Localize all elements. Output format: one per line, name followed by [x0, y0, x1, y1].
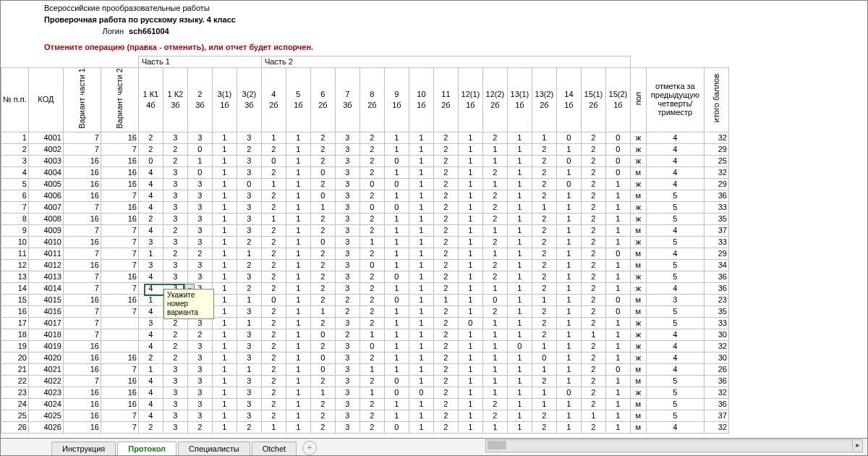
cell[interactable]: 4016	[28, 305, 63, 317]
cell[interactable]: 1	[409, 190, 433, 201]
cell[interactable]: 3	[237, 398, 261, 410]
cell[interactable]: м	[630, 398, 646, 410]
cell[interactable]: 1	[409, 282, 433, 294]
cell[interactable]: 1	[507, 236, 532, 248]
cell[interactable]: 1	[310, 305, 335, 317]
cell[interactable]: 3	[187, 363, 212, 375]
cell[interactable]: 2	[433, 282, 458, 294]
cell[interactable]: 0	[310, 166, 335, 178]
cell[interactable]: 16	[101, 213, 138, 224]
cell[interactable]: 5	[646, 410, 704, 421]
cell[interactable]: 2	[359, 294, 384, 305]
cell[interactable]: 3	[163, 259, 187, 271]
cell[interactable]: 2	[261, 317, 286, 329]
cell[interactable]: 1	[458, 398, 482, 410]
cell[interactable]: 1	[458, 410, 482, 421]
cell[interactable]: 22	[1, 375, 29, 387]
cell[interactable]: 1	[482, 282, 507, 294]
cell[interactable]: 2	[359, 317, 384, 329]
cell[interactable]: 3	[187, 213, 212, 224]
cell[interactable]: 0	[482, 294, 507, 305]
cell[interactable]: 2	[581, 201, 605, 213]
table-row[interactable]: 22402271643313212320121112121м536	[1, 375, 729, 387]
cell[interactable]: 1	[507, 410, 532, 421]
cell[interactable]: 16	[63, 421, 101, 433]
cell[interactable]: 0	[237, 178, 261, 190]
cell[interactable]: 3	[335, 178, 359, 190]
cell[interactable]: 29	[704, 143, 728, 155]
tab-instructions[interactable]: Инструкция	[51, 442, 116, 455]
cell[interactable]: 3	[335, 317, 359, 329]
cell[interactable]: 0	[384, 178, 409, 190]
cell[interactable]: 1	[261, 421, 286, 433]
cell[interactable]: 1	[532, 132, 556, 143]
cell[interactable]: 1	[286, 178, 310, 190]
cell[interactable]: 7	[63, 248, 101, 259]
cell[interactable]: 4010	[28, 236, 63, 248]
cell[interactable]: 1	[605, 178, 630, 190]
cell[interactable]: 1	[605, 190, 630, 201]
cell[interactable]: 1	[409, 201, 433, 213]
cell[interactable]: 0	[409, 387, 433, 398]
cell[interactable]: 2	[581, 271, 605, 282]
cell[interactable]: 4	[138, 329, 163, 340]
cell[interactable]: 2	[433, 213, 458, 224]
cell[interactable]: 2	[532, 213, 556, 224]
cell[interactable]: 3	[138, 317, 163, 329]
cell[interactable]: 3	[187, 201, 212, 213]
cell[interactable]: 0	[556, 132, 581, 143]
cell[interactable]: 1	[286, 375, 310, 387]
cell[interactable]: 1	[409, 143, 433, 155]
cell[interactable]: 2	[138, 421, 163, 433]
cell[interactable]: 1	[212, 178, 237, 190]
cell[interactable]: 3	[163, 398, 187, 410]
cell[interactable]: 2	[261, 166, 286, 178]
cell[interactable]: 1	[482, 224, 507, 236]
cell[interactable]: 1	[359, 236, 384, 248]
cell[interactable]: 2	[310, 132, 335, 143]
cell[interactable]: 16	[101, 178, 138, 190]
cell[interactable]: 29	[704, 178, 728, 190]
cell[interactable]: 1	[286, 201, 310, 213]
cell[interactable]: 4019	[28, 340, 63, 352]
table-row[interactable]: 12401216733312212301121212121м534	[1, 259, 729, 271]
cell[interactable]: 3	[237, 387, 261, 398]
cell[interactable]: 1	[409, 271, 433, 282]
cell[interactable]: 1	[138, 363, 163, 375]
table-row[interactable]: 1440147743312212321121112121ж436	[1, 282, 729, 294]
cell[interactable]: 1	[384, 143, 409, 155]
cell[interactable]: 2	[359, 224, 384, 236]
cell[interactable]: 3	[335, 398, 359, 410]
cell[interactable]	[101, 317, 138, 329]
cell[interactable]: 4012	[28, 259, 63, 271]
cell[interactable]: 2	[138, 132, 163, 143]
cell[interactable]: 3	[187, 387, 212, 398]
cell[interactable]: 4021	[28, 363, 63, 375]
cell[interactable]: 2	[581, 143, 605, 155]
table-row[interactable]: 21402116713311210311121111120м426	[1, 363, 729, 375]
cell[interactable]: ж	[630, 201, 646, 213]
cell[interactable]: 1	[482, 178, 507, 190]
cell[interactable]: 16	[63, 398, 101, 410]
cell[interactable]: 2	[310, 421, 335, 433]
cell[interactable]: 2	[359, 155, 384, 166]
cell[interactable]: 2	[433, 421, 458, 433]
cell[interactable]: 1	[556, 143, 581, 155]
cell[interactable]: 4	[138, 398, 163, 410]
cell[interactable]: 1	[605, 224, 630, 236]
table-row[interactable]: 154015161613311012220111011120м323	[1, 294, 729, 305]
cell[interactable]: 16	[63, 236, 101, 248]
cell[interactable]: 3	[163, 166, 187, 178]
cell[interactable]: 4	[138, 190, 163, 201]
cell[interactable]: 2	[359, 271, 384, 282]
cell[interactable]: 4	[646, 421, 704, 433]
cell[interactable]: 1	[212, 271, 237, 282]
cell[interactable]: 16	[101, 166, 138, 178]
cell[interactable]: 1	[507, 305, 532, 317]
cell[interactable]: 1	[458, 421, 482, 433]
cell[interactable]: 1	[212, 329, 237, 340]
cell[interactable]: 2	[359, 410, 384, 421]
cell[interactable]: 1	[556, 190, 581, 201]
cell[interactable]: 2	[532, 410, 556, 421]
cell[interactable]: 3	[187, 259, 212, 271]
